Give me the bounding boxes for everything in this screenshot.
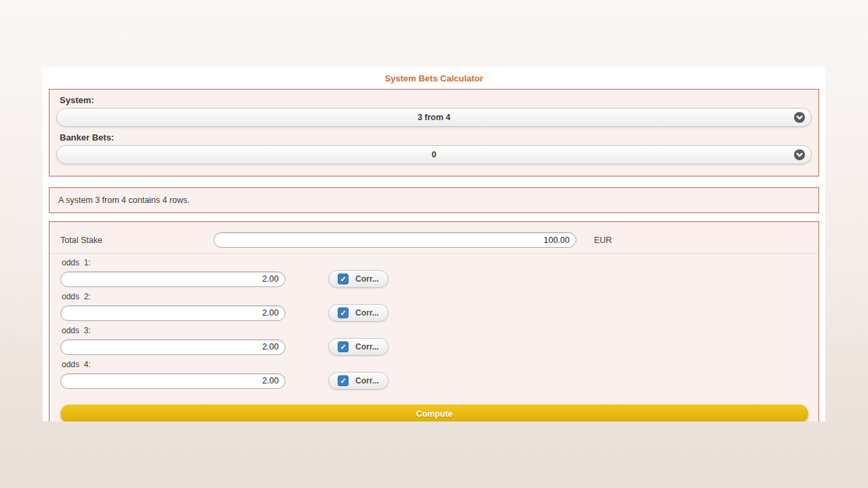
odds-row-3: odds 3: ✓ Corr... [50,322,818,356]
odds-row-2: odds 2: ✓ Corr... [50,288,818,322]
system-info-text: A system 3 from 4 contains 4 rows. [58,195,190,205]
checkbox-checked-icon: ✓ [338,375,349,386]
checkbox-checked-icon: ✓ [338,274,349,284]
correct-label: Corr... [355,274,379,284]
banker-bets-label: Banker Bets: [60,133,812,142]
system-info-box: A system 3 from 4 contains 4 rows. [49,187,819,213]
chevron-down-icon [793,111,806,124]
odds-1-label: odds 1: [62,259,808,267]
checkbox-checked-icon: ✓ [338,307,349,318]
odds-1-correct-checkbox-button[interactable]: ✓ Corr... [328,270,389,288]
page-title: System Bets Calculator [43,67,825,89]
checkbox-checked-icon: ✓ [338,341,349,352]
odds-3-input[interactable] [60,339,285,355]
odds-3-correct-checkbox-button[interactable]: ✓ Corr... [328,338,389,356]
system-selection-box: System: 3 from 4 Banker Bets: 0 [49,89,819,176]
odds-row-1: odds 1: ✓ Corr... [50,254,818,288]
chevron-down-icon [793,149,806,161]
correct-label: Corr... [355,342,379,352]
total-stake-label: Total Stake [60,236,214,245]
odds-1-input[interactable] [60,271,285,287]
compute-button[interactable]: Compute [60,405,808,421]
total-stake-row: Total Stake EUR [50,222,818,248]
system-label: System: [60,96,812,105]
currency-label: EUR [594,236,612,245]
calculator-panel: System Bets Calculator System: 3 from 4 … [43,67,825,421]
odds-4-correct-checkbox-button[interactable]: ✓ Corr... [328,372,389,390]
odds-2-correct-checkbox-button[interactable]: ✓ Corr... [328,304,389,322]
compute-button-label: Compute [416,409,452,419]
calculation-box: Total Stake EUR odds 1: ✓ Corr... odds 2… [49,221,819,421]
odds-2-label: odds 2: [62,293,808,301]
odds-2-input[interactable] [60,305,285,321]
odds-4-label: odds 4: [62,360,808,369]
banker-bets-select-value: 0 [432,150,437,159]
system-select[interactable]: 3 from 4 [56,108,812,127]
correct-label: Corr... [355,308,379,318]
odds-row-4: odds 4: ✓ Corr... [50,356,818,390]
banker-bets-select[interactable]: 0 [56,145,812,164]
odds-4-input[interactable] [60,373,285,389]
system-select-value: 3 from 4 [418,113,451,122]
total-stake-input[interactable] [214,232,576,248]
odds-3-label: odds 3: [62,326,808,335]
correct-label: Corr... [355,376,379,386]
